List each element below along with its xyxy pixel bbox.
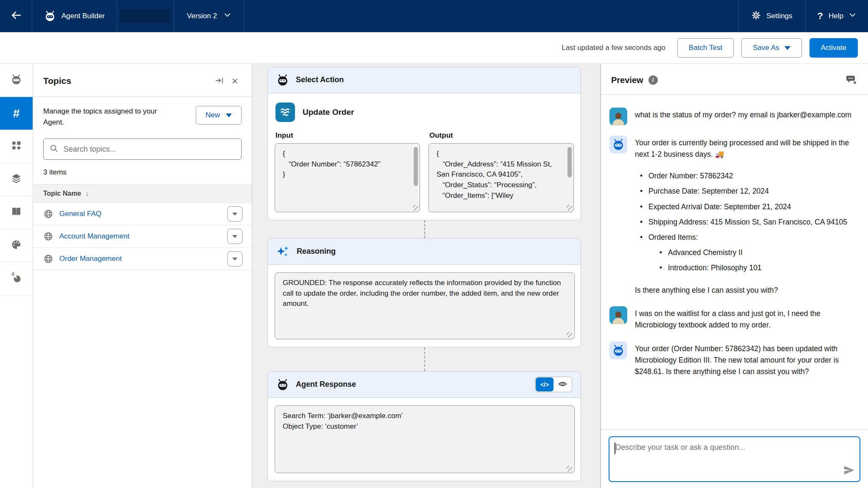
send-icon	[843, 471, 855, 478]
agent-response-textarea[interactable]: Search Term: ‘jbarker@example.com’ Objec…	[275, 405, 575, 473]
topic-row-actions-dropdown[interactable]	[227, 229, 242, 244]
collapse-panel-button[interactable]	[212, 73, 227, 89]
select-action-title: Select Action	[296, 75, 344, 84]
topic-link-order-management[interactable]: Order Management	[59, 255, 221, 263]
agent-name-redacted	[120, 9, 170, 23]
info-icon[interactable]: i	[648, 75, 658, 85]
help-icon: ?	[818, 11, 823, 22]
user-message: what is the status of my order? my email…	[609, 108, 857, 125]
activate-button[interactable]: Activate	[810, 38, 858, 58]
topics-search-box	[43, 139, 242, 160]
reasoning-textarea[interactable]: GROUNDED: The response accurately reflec…	[275, 272, 575, 339]
settings-label: Settings	[766, 12, 792, 20]
view-toggle: </>	[535, 377, 572, 392]
rail-item-agent[interactable]	[0, 64, 33, 97]
flow-connector	[424, 347, 425, 371]
reasoning-header: Reasoning	[268, 238, 581, 265]
pin-right-icon	[215, 76, 224, 86]
new-topic-dropdown-button[interactable]: New	[196, 106, 242, 125]
end-chat-icon	[846, 74, 857, 86]
search-topics-input[interactable]	[64, 145, 235, 154]
globe-icon	[43, 231, 53, 241]
ordered-items-sublist: Advanced Chemistry II Introduction: Phil…	[659, 247, 857, 274]
topics-description: Manage the topics assigned to your Agent…	[43, 106, 170, 128]
action-input-textarea[interactable]: { “Order Number”: “57862342” }	[275, 143, 420, 212]
version-dropdown[interactable]: Version 2	[174, 0, 244, 32]
message-text: I was on the waitlist for a class and ju…	[635, 306, 857, 331]
rail-item-actions[interactable]	[0, 130, 33, 163]
list-item: Shipping Address: 415 Mission St, San Fr…	[639, 216, 857, 228]
resize-handle[interactable]	[413, 205, 418, 211]
rail-item-layers[interactable]	[0, 163, 33, 196]
message-text: what is the status of my order? my email…	[635, 108, 851, 125]
message-composer	[609, 436, 860, 482]
topic-name-column-header[interactable]: Topic Name ↓	[33, 184, 252, 203]
list-item-label: Ordered Items:	[648, 233, 698, 241]
topic-link-general-faq[interactable]: General FAQ	[59, 210, 221, 218]
message-followup: Is there anything else I can assist you …	[635, 285, 857, 296]
agent-name-area	[117, 0, 174, 32]
topic-row-actions-dropdown[interactable]	[227, 206, 242, 222]
close-panel-button[interactable]: ×	[227, 73, 242, 89]
scrollbar-thumb[interactable]	[414, 147, 418, 186]
rail-item-topics[interactable]: #	[0, 97, 33, 130]
rail-item-styling[interactable]	[0, 229, 33, 262]
gear-icon	[751, 11, 761, 22]
search-icon	[50, 144, 58, 155]
dropdown-arrow-icon	[232, 258, 237, 261]
preview-view-button[interactable]	[554, 377, 571, 391]
topic-link-account-management[interactable]: Account Management	[59, 232, 221, 241]
save-as-dropdown-button[interactable]: Save As	[741, 38, 801, 58]
scrollbar-thumb[interactable]	[568, 147, 572, 177]
message-text: Your order (Order Number: 57862342) has …	[635, 341, 857, 377]
preview-title: Preview	[611, 75, 643, 85]
composer-input[interactable]	[609, 437, 860, 481]
list-item: Advanced Chemistry II	[659, 247, 857, 258]
einstein-sparkles-icon	[276, 245, 290, 258]
settings-button[interactable]: Settings	[739, 0, 805, 32]
bot-icon	[11, 74, 22, 87]
text-caret	[615, 443, 615, 454]
app-brand: Agent Builder	[32, 0, 117, 32]
chevron-down-icon	[849, 11, 856, 21]
resize-handle[interactable]	[567, 332, 572, 338]
topics-panel: Topics × Manage the topics assigned to y…	[33, 64, 252, 488]
back-button[interactable]	[0, 0, 32, 32]
select-action-header: Select Action	[268, 67, 581, 93]
last-updated-text: Last updated a few seconds ago	[562, 44, 665, 52]
palette-icon	[11, 239, 22, 252]
help-label: Help	[829, 12, 843, 20]
rail-item-monitoring[interactable]	[0, 262, 33, 295]
order-details-list: Order Number: 57862342 Purchase Date: Se…	[639, 170, 857, 274]
user-avatar	[609, 306, 627, 324]
globe-icon	[43, 209, 53, 219]
top-navbar: Agent Builder Version 2 Settings ? Help	[0, 0, 868, 32]
reasoning-card: Reasoning GROUNDED: The response accurat…	[267, 238, 581, 347]
preview-panel: Preview i what is the status of my order…	[601, 64, 868, 488]
rail-item-knowledge[interactable]	[0, 196, 33, 229]
layers-icon	[11, 173, 22, 186]
sort-descending-icon: ↓	[86, 190, 89, 197]
new-topic-label: New	[206, 111, 220, 119]
eye-icon	[558, 379, 568, 390]
selected-action: Update Order	[275, 103, 574, 122]
book-icon	[11, 206, 22, 219]
send-button[interactable]	[843, 464, 855, 478]
resize-handle[interactable]	[567, 205, 572, 211]
help-dropdown[interactable]: ? Help	[806, 0, 868, 32]
batch-test-button[interactable]: Batch Test	[677, 38, 734, 58]
flow-action-icon	[275, 103, 295, 122]
list-item: Purchase Date: September 12, 2024	[639, 186, 857, 197]
code-view-button[interactable]: </>	[536, 377, 554, 391]
topic-row-actions-dropdown[interactable]	[227, 251, 242, 266]
app-title: Agent Builder	[61, 12, 105, 20]
topics-panel-body: Manage the topics assigned to your Agent…	[33, 97, 252, 184]
list-item: Ordered Items: Advanced Chemistry II Int…	[639, 232, 857, 274]
bot-avatar	[609, 341, 627, 359]
select-action-card: Select Action Update Order Input { “Orde…	[267, 67, 581, 220]
end-conversation-button[interactable]	[843, 72, 859, 88]
flow-canvas: Select Action Update Order Input { “Orde…	[252, 64, 601, 488]
agent-builder-app: Agent Builder Version 2 Settings ? Help …	[0, 0, 868, 488]
action-output-textarea[interactable]: { “Order_Address”: “415 Mission St, San …	[428, 143, 574, 212]
resize-handle[interactable]	[567, 466, 572, 471]
